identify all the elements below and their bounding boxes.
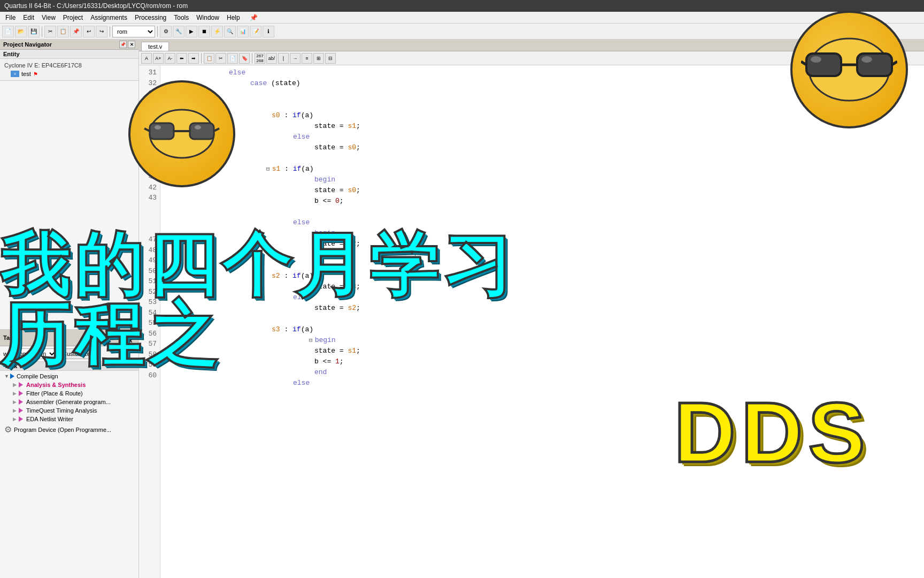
code-btn-13[interactable]: → bbox=[290, 53, 301, 64]
code-btn-1[interactable]: A bbox=[141, 53, 152, 64]
main-layout: Project Navigator 📌 ✕ Entity Cyclone IV … bbox=[0, 40, 924, 578]
code-line-40: ⊟s1 : if(a) bbox=[165, 164, 920, 174]
task-program-device[interactable]: ⚙ Program Device (Open Programme... bbox=[0, 423, 138, 436]
toolbar-btn3[interactable]: ▶ bbox=[186, 26, 197, 37]
project-nav-title: Project Navigator bbox=[3, 41, 52, 48]
code-btn-11[interactable]: ab/ bbox=[266, 53, 277, 64]
toolbar-btn6[interactable]: 🔍 bbox=[224, 26, 236, 37]
code-line-39 bbox=[165, 153, 920, 164]
eda-play-icon bbox=[19, 416, 24, 422]
assembler-play-icon bbox=[19, 399, 24, 405]
code-line-s0: s0 : if(a) bbox=[165, 110, 920, 121]
tasks-close-btn[interactable]: ✕ bbox=[128, 338, 135, 345]
nav-pin-btn[interactable]: 📌 bbox=[119, 41, 127, 48]
menu-file[interactable]: File bbox=[2, 13, 19, 22]
code-line-51: state = s3; bbox=[165, 282, 920, 292]
fitter-play-icon bbox=[19, 391, 24, 396]
toolbar-btn2[interactable]: 🔧 bbox=[173, 26, 184, 37]
toolbar-copy[interactable]: 📋 bbox=[57, 26, 69, 37]
toolbar-btn5[interactable]: ⚡ bbox=[211, 26, 223, 37]
tasks-pin-btn[interactable]: 📌 bbox=[128, 331, 135, 338]
menu-processing[interactable]: Processing bbox=[132, 13, 170, 22]
toolbar-undo[interactable]: ↩ bbox=[83, 26, 95, 37]
code-btn-5[interactable]: ➡ bbox=[188, 53, 199, 64]
code-line-46: begin bbox=[165, 228, 920, 239]
toolbar-btn9[interactable]: ℹ bbox=[263, 26, 274, 37]
code-line-s0-state-s0: state = s0; bbox=[165, 142, 920, 153]
code-btn-8[interactable]: 📄 bbox=[227, 53, 238, 64]
line-40-expand-icon[interactable]: ⊟ bbox=[266, 165, 270, 174]
task-list: ▼ Compile Design ▶ Analysis & Synthesis … bbox=[0, 371, 138, 578]
timequest-expand[interactable]: ▶ bbox=[13, 408, 17, 413]
code-btn-14[interactable]: ≡ bbox=[302, 53, 312, 64]
code-line-s0-else: else bbox=[165, 132, 920, 142]
task-fitter[interactable]: ▶ Fitter (Place & Route) bbox=[0, 389, 138, 398]
menu-project[interactable]: Project bbox=[60, 13, 86, 22]
code-btn-9[interactable]: 🔖 bbox=[239, 53, 250, 64]
menu-window[interactable]: Window bbox=[193, 13, 222, 22]
line-56-expand-icon[interactable]: ⊟ bbox=[309, 336, 313, 345]
menu-tools[interactable]: Tools bbox=[171, 13, 192, 22]
nav-close-btn[interactable]: ✕ bbox=[128, 41, 135, 48]
task-assembler[interactable]: ▶ Assembler (Generate program... bbox=[0, 398, 138, 406]
menu-help[interactable]: Help bbox=[224, 13, 243, 22]
toolbar-btn4[interactable]: ⏹ bbox=[198, 26, 210, 37]
project-tree: Cyclone IV E: EP4CE6F17C8 v test ⚑ bbox=[0, 59, 138, 80]
tasks-controls-btns: 📌 ✕ bbox=[128, 331, 135, 345]
toolbar-cut[interactable]: ✂ bbox=[44, 26, 56, 37]
code-line-59: end bbox=[165, 367, 920, 378]
code-line-60: else bbox=[165, 378, 920, 389]
task-analysis-synthesis[interactable]: ▶ Analysis & Synthesis bbox=[0, 381, 138, 389]
project-dropdown[interactable]: rom bbox=[112, 26, 155, 37]
assembler-expand[interactable]: ▶ bbox=[13, 399, 17, 405]
code-btn-10[interactable]: 267268 bbox=[255, 53, 265, 64]
line-numbers: 31 32 33 39 40 41 42 43 47 48 49 bbox=[139, 65, 160, 578]
code-line-33 bbox=[165, 89, 920, 100]
menu-edit[interactable]: Edit bbox=[20, 13, 37, 22]
code-line-42: state = s0; bbox=[165, 185, 920, 196]
task-column-header: Task bbox=[0, 362, 138, 371]
toolbar-open[interactable]: 📂 bbox=[15, 26, 27, 37]
code-tab-test-v[interactable]: test.v bbox=[141, 42, 169, 51]
file-item[interactable]: v test ⚑ bbox=[2, 70, 136, 78]
code-btn-7[interactable]: ✂ bbox=[215, 53, 226, 64]
code-sep1 bbox=[201, 53, 202, 64]
eda-expand[interactable]: ▶ bbox=[13, 416, 17, 422]
toolbar-btn8[interactable]: 📝 bbox=[250, 26, 261, 37]
tasks-filter-dropdown[interactable]: Compilation bbox=[11, 348, 57, 359]
task-fitter-label: Fitter (Place & Route) bbox=[26, 390, 83, 397]
code-line-54 bbox=[165, 314, 920, 324]
entity-header: Entity bbox=[0, 50, 138, 59]
code-line-48: end bbox=[165, 249, 920, 260]
tasks-customize-btn[interactable]: Customize... bbox=[59, 348, 99, 359]
code-line-49 bbox=[165, 260, 920, 271]
menu-view[interactable]: View bbox=[38, 13, 59, 22]
code-btn-15[interactable]: ⊞ bbox=[313, 53, 324, 64]
task-timequest[interactable]: ▶ TimeQuest Timing Analysis bbox=[0, 406, 138, 415]
code-btn-2[interactable]: A+ bbox=[153, 53, 164, 64]
code-btn-3[interactable]: A- bbox=[165, 53, 175, 64]
analysis-expand[interactable]: ▶ bbox=[13, 382, 17, 387]
toolbar-new[interactable]: 📄 bbox=[2, 26, 14, 37]
task-eda-netlist[interactable]: ▶ EDA Netlist Writer bbox=[0, 415, 138, 423]
toolbar-sep2 bbox=[110, 26, 110, 37]
code-btn-4[interactable]: ⬅ bbox=[176, 53, 187, 64]
file-icon: v bbox=[11, 71, 19, 77]
expand-icon[interactable]: ▼ bbox=[4, 374, 9, 379]
toolbar-save[interactable]: 💾 bbox=[28, 26, 40, 37]
task-compile-design-group: ▼ Compile Design bbox=[0, 372, 138, 381]
code-line-53: state = s2; bbox=[165, 303, 920, 314]
code-line-57: state = s1; bbox=[165, 346, 920, 356]
toolbar-btn7[interactable]: 📊 bbox=[237, 26, 249, 37]
toolbar-btn1[interactable]: ⚙ bbox=[160, 26, 172, 37]
code-btn-6[interactable]: 📋 bbox=[204, 53, 214, 64]
toolbar-redo[interactable]: ↪ bbox=[96, 26, 107, 37]
code-btn-16[interactable]: ⊟ bbox=[325, 53, 336, 64]
project-nav-controls: 📌 ✕ bbox=[119, 41, 135, 48]
toolbar-paste[interactable]: 📌 bbox=[70, 26, 82, 37]
menu-assignments[interactable]: Assignments bbox=[87, 13, 130, 22]
code-tab-label: test.v bbox=[148, 43, 162, 50]
fitter-expand[interactable]: ▶ bbox=[13, 391, 17, 396]
tasks-filter-label: w: bbox=[3, 351, 9, 357]
code-btn-12[interactable]: | bbox=[278, 53, 289, 64]
